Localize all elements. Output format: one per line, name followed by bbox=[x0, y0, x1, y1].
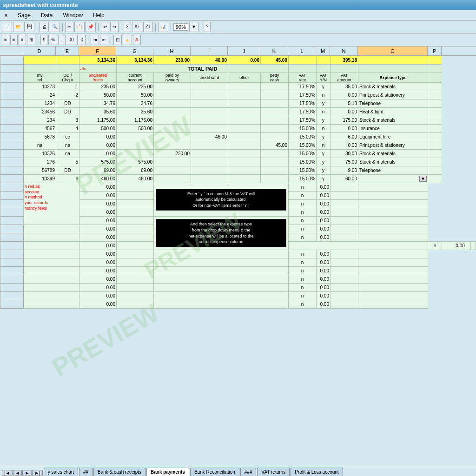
o-12[interactable]: ▼ Stock & materials Equipment hire Other… bbox=[358, 175, 428, 183]
g-12[interactable]: 460.00 bbox=[117, 175, 154, 183]
h-10[interactable] bbox=[154, 158, 191, 166]
dec-dec-btn[interactable]: .0 bbox=[77, 35, 86, 45]
k-3[interactable] bbox=[261, 99, 289, 108]
p-21[interactable] bbox=[358, 250, 428, 258]
f-20[interactable]: 0.00 bbox=[79, 242, 117, 250]
o-22[interactable] bbox=[331, 258, 358, 267]
o-11[interactable]: Telephone bbox=[358, 166, 428, 175]
o-10[interactable]: Stock & materials bbox=[358, 158, 428, 166]
j-2[interactable] bbox=[228, 91, 261, 99]
o-1[interactable]: Stock & materials bbox=[358, 83, 428, 91]
n-13[interactable]: 0.00 bbox=[317, 183, 331, 192]
k-7[interactable] bbox=[261, 133, 289, 141]
paste-btn[interactable]: 📌 bbox=[86, 22, 96, 32]
k-11[interactable] bbox=[261, 166, 289, 175]
f-23[interactable]: 0.00 bbox=[79, 267, 117, 275]
j-10[interactable] bbox=[228, 158, 261, 166]
open-btn[interactable]: 📂 bbox=[13, 22, 23, 32]
d-2[interactable]: 24 bbox=[24, 91, 56, 99]
i-3[interactable] bbox=[191, 99, 228, 108]
g-7[interactable] bbox=[117, 133, 154, 141]
p-9[interactable] bbox=[428, 150, 442, 158]
h-9[interactable]: 230.00 bbox=[154, 150, 191, 158]
l-8[interactable]: 15.00% bbox=[289, 141, 317, 150]
p-24[interactable] bbox=[358, 275, 428, 284]
p-1[interactable] bbox=[428, 83, 442, 91]
f-11[interactable]: 69.00 bbox=[79, 166, 117, 175]
d-6[interactable]: 4567 bbox=[24, 125, 56, 133]
k-1[interactable] bbox=[261, 83, 289, 91]
i-7[interactable]: 46.00 bbox=[191, 133, 228, 141]
l-11[interactable]: 15.00% bbox=[289, 166, 317, 175]
o-4[interactable]: Heat & light bbox=[358, 108, 428, 116]
dropdown-arrow[interactable]: ▼ bbox=[419, 176, 427, 182]
n-19[interactable]: 0.00 bbox=[317, 233, 331, 242]
j-9[interactable] bbox=[228, 150, 261, 158]
g-4[interactable]: 35.60 bbox=[117, 108, 154, 116]
align-right-btn[interactable]: ≡ bbox=[19, 35, 26, 45]
o-5[interactable]: Stock & materials bbox=[358, 116, 428, 125]
d-10[interactable]: 276 bbox=[24, 158, 56, 166]
h-4[interactable] bbox=[154, 108, 191, 116]
l-7[interactable]: 15.00% bbox=[289, 133, 317, 141]
border-btn[interactable]: ⊡ bbox=[113, 35, 122, 45]
g-13[interactable] bbox=[117, 183, 154, 192]
g-5[interactable]: 1,175.00 bbox=[117, 116, 154, 125]
f-5[interactable]: 1,175.00 bbox=[79, 116, 117, 125]
e-1[interactable]: 1 bbox=[56, 83, 79, 91]
m-5[interactable]: y bbox=[317, 116, 331, 125]
h-5[interactable] bbox=[154, 116, 191, 125]
l-4[interactable]: 17.50% bbox=[289, 108, 317, 116]
menu-item-data[interactable]: Data bbox=[38, 11, 55, 20]
m-2[interactable]: n bbox=[317, 91, 331, 99]
l-5[interactable]: 17.50% bbox=[289, 116, 317, 125]
cut-btn[interactable]: ✂ bbox=[65, 22, 73, 32]
g-11[interactable]: 69.00 bbox=[117, 166, 154, 175]
m-10[interactable]: y bbox=[317, 158, 331, 166]
m-12[interactable]: y bbox=[317, 175, 331, 183]
n-9[interactable]: 30.00 bbox=[331, 150, 358, 158]
m-14[interactable]: n bbox=[289, 192, 317, 200]
redo-btn[interactable]: ↪ bbox=[110, 22, 119, 32]
f-8[interactable]: 0.00 bbox=[79, 141, 117, 150]
e-12[interactable]: 6 bbox=[56, 175, 79, 183]
p-4[interactable] bbox=[428, 108, 442, 116]
percent-btn[interactable]: % bbox=[48, 35, 57, 45]
align-left-btn[interactable]: ≡ bbox=[2, 35, 9, 45]
tab-nav-right[interactable]: ► bbox=[22, 470, 32, 476]
n-12[interactable]: 60.00 bbox=[331, 175, 358, 183]
p-17[interactable] bbox=[358, 217, 428, 225]
e-7[interactable]: cc bbox=[56, 133, 79, 141]
g-24[interactable] bbox=[117, 275, 154, 284]
tab-bank-receipts[interactable]: Bank & cash receipts bbox=[93, 468, 145, 476]
d-3[interactable]: 1234 bbox=[24, 99, 56, 108]
zoom-dropdown[interactable]: ▼ bbox=[189, 22, 198, 32]
o-17[interactable] bbox=[331, 217, 358, 225]
e-11[interactable]: DD bbox=[56, 166, 79, 175]
g-10[interactable]: 575.00 bbox=[117, 158, 154, 166]
h-6[interactable] bbox=[154, 125, 191, 133]
m-19[interactable]: n bbox=[289, 233, 317, 242]
p-18[interactable] bbox=[358, 225, 428, 233]
m-8[interactable]: n bbox=[317, 141, 331, 150]
tab-sales-chart[interactable]: y sales chart bbox=[44, 468, 78, 476]
h-11[interactable] bbox=[154, 166, 191, 175]
d-5[interactable]: 234 bbox=[24, 116, 56, 125]
g-23[interactable] bbox=[117, 267, 154, 275]
n-17[interactable]: 0.00 bbox=[317, 217, 331, 225]
f-18[interactable]: 0.00 bbox=[79, 225, 117, 233]
p-23[interactable] bbox=[358, 267, 428, 275]
col-header-e[interactable]: E bbox=[56, 46, 79, 55]
o-27[interactable] bbox=[331, 300, 358, 309]
f-13[interactable]: 0.00 bbox=[79, 183, 117, 192]
k-4[interactable] bbox=[261, 108, 289, 116]
o-25[interactable] bbox=[331, 284, 358, 292]
n-15[interactable]: 0.00 bbox=[317, 200, 331, 208]
n-11[interactable]: 9.00 bbox=[331, 166, 358, 175]
tab-hash1[interactable]: ## bbox=[79, 468, 93, 476]
g-6[interactable]: 500.00 bbox=[117, 125, 154, 133]
f-6[interactable]: 500.00 bbox=[79, 125, 117, 133]
p-20[interactable] bbox=[471, 242, 476, 250]
n-21[interactable]: 0.00 bbox=[317, 250, 331, 258]
k-8[interactable]: 45.00 bbox=[261, 141, 289, 150]
